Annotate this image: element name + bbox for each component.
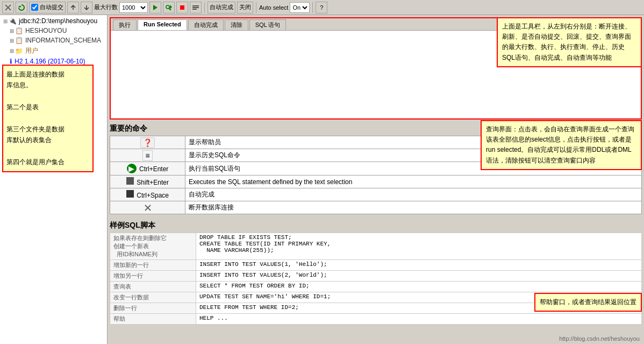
sql-examples-title: 样例SQL脚本 (110, 221, 642, 230)
example-row-6: 帮助 HELP ... (110, 314, 642, 325)
autosubmit-label: 自动提交 (40, 3, 63, 11)
history-icon-cmd: ≡ (142, 150, 152, 161)
example-code-6: HELP ... (196, 314, 642, 325)
query-run-button[interactable] (163, 2, 175, 13)
disconnect-button[interactable] (2, 2, 14, 13)
help-annotation: 帮助窗口，或者查询结果返回位置 (534, 293, 642, 312)
autocomplete-button[interactable]: 自动完成 (207, 2, 235, 13)
close-button[interactable]: 关闭 (237, 2, 253, 13)
users-label: 用户 (25, 46, 38, 55)
expand-icon-heshouyou: ⊞ (10, 28, 14, 34)
command-row-shift-enter: Shift+Enter Executes the SQL statement d… (110, 175, 642, 188)
rollback-button[interactable] (67, 2, 79, 13)
tab-execute[interactable]: 执行 (113, 19, 137, 30)
separator-2 (256, 2, 256, 13)
commit-button[interactable] (81, 2, 92, 13)
toolbar: 自动提交 最大行数 1000 500 100 10000 自动完成 关闭 Aut… (0, 0, 644, 15)
command-value-shift-enter: Executes the SQL statement defined by th… (185, 175, 642, 188)
autoselect-select[interactable]: On Off (290, 2, 310, 13)
autosubmit-checkbox[interactable]: 自动提交 (29, 2, 66, 13)
help-button[interactable]: ? (316, 2, 327, 13)
table-icon-heshouyou: 📋 (15, 27, 23, 34)
shift-enter-icon (126, 177, 134, 185)
watermark: http://blog.csdn.net/heshouyou (559, 335, 640, 342)
command-value-disconnect: 断开数据库连接 (185, 201, 642, 214)
max-rows-select[interactable]: 1000 500 100 10000 (119, 2, 148, 13)
command-key-history: ≡ (110, 149, 185, 162)
command-key-disconnect (110, 201, 185, 214)
command-row-ctrl-space: Ctrl+Space 自动完成 (110, 188, 642, 201)
svg-marker-3 (153, 5, 158, 10)
disconnect-icon-cmd (144, 204, 152, 212)
history-button[interactable] (190, 2, 202, 13)
example-desc-4: 改变一行数据 (110, 292, 196, 303)
example-desc-1: 增加新的一行 (110, 260, 196, 271)
info-icon-version: ℹ (10, 58, 12, 65)
expand-icon-schema: ⊞ (10, 38, 14, 44)
tab-sql-statement[interactable]: SQL 语句 (249, 19, 287, 30)
example-code-0: DROP TABLE IF EXISTS TEST;CREATE TABLE T… (196, 233, 642, 260)
db-icon: 🔌 (9, 17, 17, 25)
tree-item-info-schema[interactable]: ⊞ 📋 INFORMATION_SCHEMA (1, 36, 106, 45)
max-rows-label: 最大行数 (94, 3, 118, 11)
example-desc-5: 删除一行 (110, 303, 196, 314)
tree-item-users[interactable]: ⊞ 📁 用户 (1, 45, 106, 57)
svg-marker-2 (18, 6, 22, 8)
example-row-0: 如果表存在则删除它创建一个新表 用ID和NAME列 DROP TABLE IF … (110, 233, 642, 260)
separator-3 (312, 2, 313, 13)
example-desc-6: 帮助 (110, 314, 196, 325)
toolbar-annotation: 上面是工具栏，从左到右分别是：断开连接、刷新、是否自动提交、回滚、提交、查询界面… (497, 17, 642, 67)
command-key-ctrl-enter: ▶ Ctrl+Enter (110, 162, 185, 175)
example-desc-0: 如果表存在则删除它创建一个新表 用ID和NAME列 (110, 233, 196, 260)
autocomplete-icon-cmd (126, 190, 134, 198)
info-schema-label: INFORMATION_SCHEMA (25, 37, 101, 44)
run-button[interactable] (149, 2, 161, 13)
table-icon-schema: 📋 (15, 37, 23, 44)
command-key-shift-enter: Shift+Enter (110, 175, 185, 188)
heshouyou-label: HESHOUYOU (25, 27, 67, 34)
db-connection-item[interactable]: ⊞ 🔌 jdbc:h2:D:\temp\heshouyou (1, 16, 106, 26)
tab-run-selected[interactable]: Run Selected (138, 19, 187, 30)
refresh-button[interactable] (16, 2, 27, 13)
example-desc-2: 增加另一行 (110, 271, 196, 282)
tab-autocomplete[interactable]: 自动完成 (188, 19, 224, 30)
expand-icon: ⊞ (3, 18, 8, 24)
tree-item-heshouyou[interactable]: ⊞ 📋 HESHOUYOU (1, 26, 106, 36)
db-connection-label: jdbc:h2:D:\temp\heshouyou (19, 17, 97, 25)
example-row-2: 增加另一行 INSERT INTO TEST VALUES(2, 'World'… (110, 271, 642, 282)
example-code-2: INSERT INTO TEST VALUES(2, 'World'); (196, 271, 642, 282)
version-label: H2 1.4.196 (2017-06-10) (15, 58, 85, 65)
command-value-ctrl-space: 自动完成 (185, 188, 642, 201)
example-code-3: SELECT * FROM TEST ORDER BY ID; (196, 282, 642, 292)
query-annotation: 查询界面：点击表，会自动在查询界面生成一个查询该表全部信息的select信息，点… (481, 120, 642, 170)
right-content: 执行 Run Selected 自动完成 清除 SQL 语句 (108, 15, 644, 344)
folder-icon-users: 📁 (15, 47, 23, 55)
svg-rect-9 (192, 7, 199, 8)
expand-icon-users: ⊞ (10, 48, 14, 54)
command-key-help: ❓ (110, 136, 185, 149)
autoselect-label: Auto select (259, 4, 288, 11)
svg-rect-10 (192, 9, 197, 10)
command-row-disconnect: 断开数据库连接 (110, 201, 642, 214)
main-area: ⊞ 🔌 jdbc:h2:D:\temp\heshouyou ⊞ 📋 HESHOU… (0, 15, 644, 344)
run-icon-cmd: ▶ (127, 164, 137, 173)
left-panel-annotation: 最上面是连接的数据库信息。第二个是表第三个文件夹是数据库默认的表集合第四个就是用… (2, 65, 94, 172)
example-row-1: 增加新的一行 INSERT INTO TEST VALUES(1, 'Hello… (110, 260, 642, 271)
help-icon: ❓ (140, 137, 155, 148)
svg-marker-6 (170, 5, 172, 9)
separator-1 (204, 2, 205, 13)
example-code-1: INSERT INTO TEST VALUES(1, 'Hello'); (196, 260, 642, 271)
svg-rect-7 (180, 5, 184, 10)
example-desc-3: 查询表 (110, 282, 196, 292)
tab-clear[interactable]: 清除 (225, 19, 248, 30)
command-key-ctrl-space: Ctrl+Space (110, 188, 185, 201)
stop-button[interactable] (176, 2, 188, 13)
svg-rect-8 (192, 5, 199, 6)
example-row-3: 查询表 SELECT * FROM TEST ORDER BY ID; (110, 282, 642, 292)
